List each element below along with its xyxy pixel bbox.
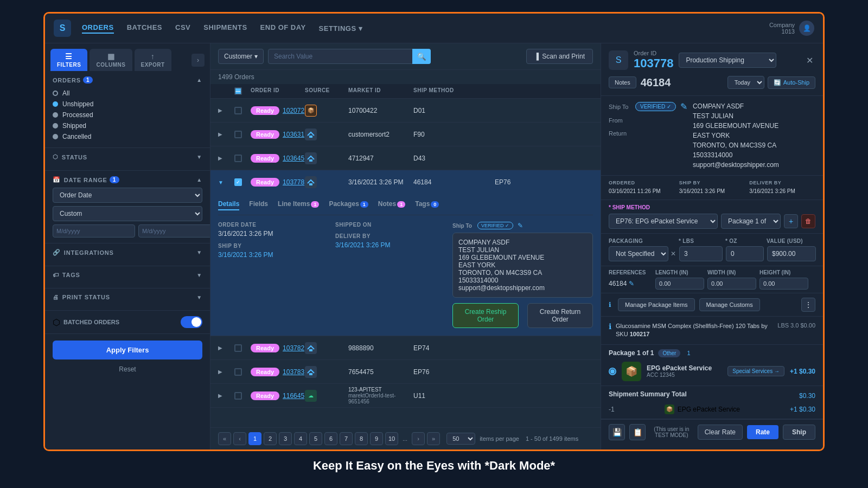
row-checkbox-4[interactable]: ✓ [234,178,242,186]
tab-filters[interactable]: ☰ FILTERS [50,49,87,71]
edit-ship-to-icon[interactable]: ✎ [680,101,687,112]
package-select[interactable]: Package 1 of 1 [721,214,781,229]
filter-cancelled[interactable]: Cancelled [53,131,202,142]
page-btn-4[interactable]: 4 [294,432,307,445]
order-id-link-2[interactable]: 103631 [283,131,304,138]
page-btn-2[interactable]: 2 [264,432,277,445]
page-btn-8[interactable]: 8 [355,432,368,445]
production-shipping-select[interactable]: Production Shipping [679,53,776,68]
page-prev-button[interactable]: ‹ [233,432,246,445]
search-input[interactable] [268,49,431,64]
date-from-input[interactable] [53,224,135,237]
exp-tab-details[interactable]: Details [218,198,239,210]
value-usd-input[interactable] [767,246,816,261]
nav-shipments[interactable]: SHIPMENTS [203,23,247,34]
order-id-link-5[interactable]: 103782 [283,344,304,352]
order-id-link-6[interactable]: 103783 [283,368,304,376]
manage-package-items-button[interactable]: Manage Package Items [618,298,695,311]
exp-tab-tags[interactable]: Tags0 [415,198,439,210]
row-checkbox-3[interactable] [234,155,242,162]
copy-button[interactable]: 📋 [629,424,646,440]
tags-header[interactable]: 🏷 TAGS ▼ [53,272,202,278]
tab-export[interactable]: ↑ EXPORT [135,49,171,71]
delete-package-button[interactable]: 🗑 [801,214,815,228]
create-reship-button[interactable]: Create Reship Order [452,303,519,328]
page-btn-7[interactable]: 7 [340,432,353,445]
notes-button[interactable]: Notes [609,76,636,88]
page-next-button[interactable]: › [412,432,425,445]
page-last-button[interactable]: » [427,432,440,445]
row-checkbox-6[interactable] [234,368,242,376]
date-range-header[interactable]: 📅 DATE RANGE 1 ▲ [53,176,202,183]
row-checkbox-2[interactable] [234,131,242,138]
order-id-link-4[interactable]: 103778 [283,178,304,186]
row-expand-6[interactable]: ▶ [218,369,234,375]
filter-processed[interactable]: Processed [53,110,202,120]
orders-section-header[interactable]: ORDERS 1 ▲ [53,76,202,84]
exp-tab-lineitems[interactable]: Line Items1 [278,198,319,210]
special-services-button[interactable]: Special Services → [727,366,784,376]
edit-address-icon[interactable]: ✎ [518,222,523,229]
today-select[interactable]: Today [727,76,764,89]
scan-print-button[interactable]: ▐ Scan and Print [526,49,593,64]
add-package-button[interactable]: + [784,214,798,228]
exp-tab-notes[interactable]: Notes1 [378,198,405,210]
exp-tab-fields[interactable]: Fields [249,198,268,210]
nav-settings[interactable]: SETTINGS ▾ [319,23,363,34]
package-radio[interactable] [609,368,616,375]
row-checkbox-7[interactable] [234,392,242,400]
row-checkbox-5[interactable] [234,344,242,352]
sidebar-collapse-button[interactable]: › [192,54,205,67]
order-id-link-7[interactable]: 116645 [283,392,304,400]
tab-columns[interactable]: ▦ COLUMNS [90,49,132,71]
ship-button[interactable]: Ship [783,425,815,440]
items-per-page-select[interactable]: 50 25 100 [446,433,475,445]
rate-button[interactable]: Rate [747,425,778,439]
filter-all[interactable]: All [53,88,202,99]
exp-tab-packages[interactable]: Packages1 [329,198,368,210]
row-checkbox-1[interactable] [234,107,242,114]
order-id-link-3[interactable]: 103645 [283,155,304,162]
date-custom-select[interactable]: Custom [53,206,202,221]
ship-method-select[interactable]: EP76: EPG ePacket Service [609,214,718,229]
customer-filter-select[interactable]: Customer ▾ [218,49,264,64]
more-options-button[interactable]: ⋮ [801,298,815,312]
order-id-link-1[interactable]: 102072 [283,107,304,114]
width-input[interactable] [707,278,756,290]
user-avatar[interactable]: 👤 [799,21,814,36]
clear-rate-button[interactable]: Clear Rate [698,425,743,440]
search-button[interactable]: 🔍 [412,49,431,64]
date-type-select[interactable]: Order Date [53,188,202,203]
oz-input[interactable] [726,246,764,261]
row-expand-4[interactable]: ▼ [218,179,234,185]
filter-shipped[interactable]: Shipped [53,120,202,131]
clear-packaging-button[interactable]: ✕ [671,250,676,258]
nav-orders[interactable]: ORDERS [82,23,114,34]
filter-unshipped[interactable]: Unshipped [53,99,202,110]
nav-batches[interactable]: BATCHES [127,23,162,34]
page-first-button[interactable]: « [218,432,231,445]
row-expand-5[interactable]: ▶ [218,345,234,351]
status-header[interactable]: ⬡ STATUS ▼ [53,153,202,160]
height-input[interactable] [760,278,808,290]
page-btn-6[interactable]: 6 [324,432,337,445]
row-expand-7[interactable]: ▶ [218,393,234,399]
page-btn-9[interactable]: 9 [370,432,383,445]
page-btn-10[interactable]: 10 [385,432,398,445]
batched-orders-toggle[interactable] [181,316,202,328]
not-specified-select[interactable]: Not Specified [609,246,668,261]
nav-endofday[interactable]: END OF DAY [260,23,306,34]
reset-button[interactable]: Reset [53,365,202,373]
row-expand-3[interactable]: ▶ [218,155,234,161]
page-btn-5[interactable]: 5 [309,432,322,445]
row-expand-2[interactable]: ▶ [218,131,234,137]
auto-ship-button[interactable]: 🔄 Auto-Ship [768,76,815,89]
print-status-header[interactable]: 🖨 PRINT STATUS ▼ [53,294,202,300]
apply-filters-button[interactable]: Apply Filters [53,341,202,359]
page-btn-1[interactable]: 1 [248,432,261,445]
page-btn-3[interactable]: 3 [279,432,292,445]
date-to-input[interactable] [138,224,210,237]
length-input[interactable] [655,278,704,290]
close-panel-button[interactable]: ✕ [803,54,815,66]
integrations-header[interactable]: 🔗 INTEGRATIONS ▼ [53,249,202,256]
